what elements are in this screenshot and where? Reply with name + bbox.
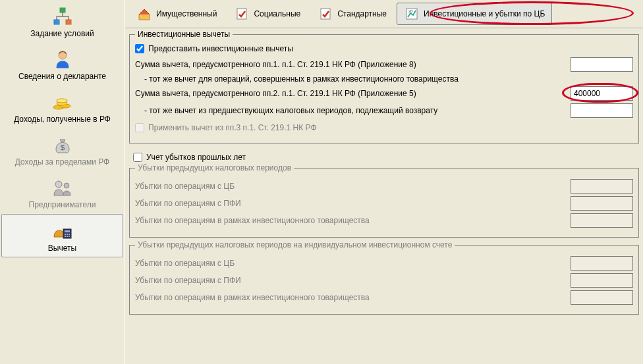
tree-icon: [51, 5, 74, 28]
row-label: Убытки по операциям с ПФИ: [135, 276, 571, 285]
row-iia-loss-cb: Убытки по операциям с ЦБ: [135, 256, 633, 271]
sidebar-item-income-foreign[interactable]: $ Доходы за пределами РФ: [0, 128, 125, 171]
fieldset-investment-deductions: Инвестиционные вычеты Предоставить инвес…: [129, 30, 639, 143]
sidebar-item-entrepreneurs[interactable]: Предприниматели: [0, 171, 125, 214]
row-label: Убытки по операциям с ПФИ: [135, 199, 571, 208]
input-deduction-pp2[interactable]: [571, 86, 633, 101]
row-label: Убытки по операциям с ЦБ: [135, 182, 571, 191]
tab-label: Имущественный: [156, 9, 217, 18]
form-area: Инвестиционные вычеты Предоставить инвес…: [125, 28, 643, 364]
svg-rect-18: [69, 236, 70, 237]
row-iia-loss-pfi: Убытки по операциям с ПФИ: [135, 273, 633, 288]
input-loss-cb: [571, 179, 633, 194]
svg-rect-20: [321, 9, 330, 19]
row-loss-pfi: Убытки по операциям с ПФИ: [135, 196, 633, 211]
tab-label: Инвестиционные и убытки по ЦБ: [424, 9, 545, 18]
house-icon: [136, 6, 152, 22]
svg-rect-1: [54, 20, 59, 24]
row-deduction-pp1-sub: - тот же вычет для операций, совершенных…: [135, 74, 633, 84]
row-loss-partnership: Убытки по операциям в рамках инвестицион…: [135, 213, 633, 228]
row-label: Убытки по операциям в рамках инвестицион…: [135, 293, 571, 302]
tab-standard[interactable]: Стандартные: [310, 3, 394, 25]
row-label: - тот же вычет для операций, совершенных…: [135, 74, 633, 84]
toolbar: Имущественный Социальные Стандартные: [125, 0, 643, 28]
fieldset-legend: Убытки предыдущих налоговых периодов: [135, 163, 294, 172]
person-icon: [51, 48, 74, 70]
checkbox-label: Учет убытков прошлых лет: [146, 153, 246, 162]
money-bag-icon: $: [51, 134, 74, 156]
sidebar-item-declarant[interactable]: Сведения о декларанте: [0, 43, 125, 86]
chart-icon: 20: [404, 6, 420, 22]
svg-rect-12: [65, 230, 70, 232]
row-iia-loss-partnership: Убытки по операциям в рамках инвестицион…: [135, 290, 633, 305]
sidebar-item-label: Доходы за пределами РФ: [15, 157, 109, 167]
sidebar-item-label: Сведения о декларанте: [18, 72, 106, 81]
check-doc-icon: [234, 6, 250, 22]
svg-rect-2: [66, 20, 71, 24]
svg-point-7: [57, 99, 67, 103]
checkbox-provide-investment[interactable]: [135, 44, 144, 53]
people-icon: [51, 176, 74, 199]
input-deduction-pp2-sub[interactable]: [571, 103, 633, 118]
svg-rect-15: [69, 234, 70, 235]
input-loss-pfi: [571, 196, 633, 211]
row-deduction-pp1: Сумма вычета, предусмотренного пп.1. п.1…: [135, 57, 633, 72]
check-doc-icon: [318, 6, 333, 22]
coins-icon: [51, 91, 74, 113]
sidebar-item-conditions[interactable]: Задание условий: [0, 0, 125, 43]
input-deduction-pp1[interactable]: [571, 57, 633, 72]
input-loss-partnership: [571, 213, 633, 228]
svg-text:20: 20: [408, 9, 413, 13]
svg-rect-14: [67, 234, 68, 235]
sidebar-item-label: Задание условий: [30, 29, 94, 38]
input-iia-loss-pfi: [571, 273, 633, 288]
sidebar-item-label: Вычеты: [48, 244, 76, 253]
row-label: Убытки по операциям с ЦБ: [135, 259, 571, 268]
svg-point-10: [64, 183, 69, 188]
sidebar-item-label: Доходы, полученные в РФ: [14, 115, 111, 124]
fieldset-legend: Инвестиционные вычеты: [135, 30, 233, 39]
sidebar-item-income-rf[interactable]: Доходы, полученные в РФ: [0, 86, 125, 128]
fieldset-losses-prev: Убытки предыдущих налоговых периодов Убы…: [129, 163, 639, 238]
svg-rect-17: [67, 236, 68, 237]
checkbox-label: Предоставить инвестиционные вычеты: [148, 44, 293, 53]
tab-property[interactable]: Имущественный: [129, 3, 224, 25]
tab-social[interactable]: Социальные: [227, 3, 308, 25]
fieldset-losses-iia: Убытки предыдущих налоговых периодов на …: [129, 240, 639, 315]
checkbox-enable-losses[interactable]: [133, 153, 142, 162]
row-label: - тот же вычет из предшествующих налогов…: [135, 106, 571, 115]
svg-rect-16: [65, 236, 66, 237]
row-deduction-pp2-sub: - тот же вычет из предшествующих налогов…: [135, 103, 633, 118]
svg-rect-13: [65, 234, 66, 235]
row-label: Сумма вычета, предусмотренного пп.2. п.1…: [135, 89, 571, 98]
row-label: Сумма вычета, предусмотренного пп.1. п.1…: [135, 60, 571, 69]
svg-text:$: $: [60, 143, 64, 151]
row-deduction-pp2: Сумма вычета, предусмотренного пп.2. п.1…: [135, 86, 633, 101]
fieldset-legend: Убытки предыдущих налоговых периодов на …: [135, 240, 455, 249]
row-loss-cb: Убытки по операциям с ЦБ: [135, 179, 633, 194]
svg-rect-19: [237, 9, 246, 19]
input-iia-loss-cb: [571, 256, 633, 271]
tab-label: Социальные: [254, 9, 300, 18]
main: Имущественный Социальные Стандартные: [125, 0, 643, 364]
deductions-icon: [51, 220, 74, 242]
svg-point-9: [55, 181, 62, 188]
input-iia-loss-partnership: [571, 290, 633, 305]
sidebar: Задание условий Сведения о декларанте: [0, 0, 125, 364]
tab-investment[interactable]: 20 Инвестиционные и убытки по ЦБ: [397, 3, 552, 25]
checkbox-apply-pp3: [135, 123, 144, 132]
svg-rect-0: [60, 8, 65, 13]
sidebar-item-deductions[interactable]: Вычеты: [1, 214, 123, 257]
checkbox-label: Применить вычет из пп.3 п.1. Ст. 219.1 Н…: [148, 123, 317, 132]
tab-label: Стандартные: [337, 9, 387, 18]
row-label: Убытки по операциям в рамках инвестицион…: [135, 216, 571, 225]
sidebar-item-label: Предприниматели: [29, 200, 96, 209]
